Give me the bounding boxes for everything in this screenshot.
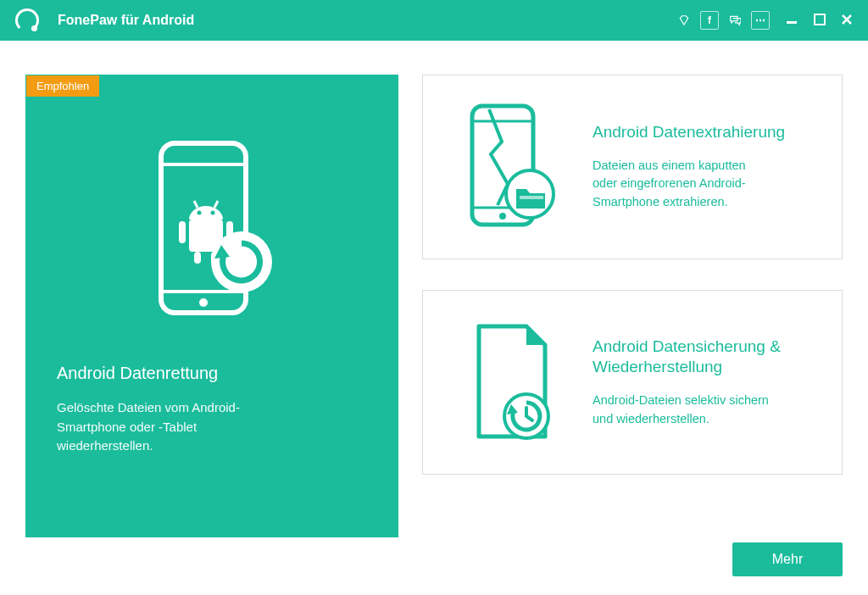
content-area: Empfohlen (0, 41, 868, 595)
card-recovery-title: Android Datenrettung (57, 364, 367, 383)
facebook-icon[interactable]: f (700, 11, 719, 30)
more-button[interactable]: Mehr (732, 542, 843, 576)
card-backup-desc: Android-Dateien selektiv sichern und wie… (593, 392, 781, 429)
card-android-extraction[interactable]: Android Datenextrahierung Dateien aus ei… (422, 75, 843, 259)
app-logo-icon (15, 8, 39, 32)
svg-line-10 (214, 201, 218, 208)
svg-rect-13 (194, 252, 201, 264)
app-title: FonePaw für Android (58, 13, 194, 28)
more-menu-icon[interactable]: ⋯ (751, 11, 770, 30)
diamond-icon[interactable] (675, 11, 693, 30)
minimize-button[interactable] (785, 12, 798, 30)
card-extraction-title: Android Datenextrahierung (593, 122, 785, 143)
card-recovery-desc: Gelöschte Dateien vom Android- Smartphon… (57, 398, 367, 456)
svg-line-9 (194, 201, 198, 208)
svg-point-7 (198, 211, 202, 215)
titlebar: FonePaw für Android f ⋯ (0, 0, 868, 41)
card-android-backup[interactable]: Android Datensicherung & Wiederherstellu… (422, 290, 843, 475)
svg-rect-11 (179, 221, 186, 243)
svg-rect-21 (520, 196, 543, 199)
card-android-recovery[interactable]: Empfohlen (25, 75, 398, 537)
svg-point-8 (211, 211, 215, 215)
broken-phone-icon (447, 99, 574, 235)
document-backup-icon (447, 314, 574, 450)
phone-recovery-icon (26, 101, 398, 364)
chat-icon[interactable] (726, 11, 744, 30)
svg-rect-0 (787, 21, 797, 24)
card-extraction-desc: Dateien aus einem kaputten oder eingefro… (593, 157, 785, 212)
svg-point-5 (199, 298, 208, 307)
svg-rect-1 (815, 14, 825, 25)
maximize-button[interactable] (814, 12, 826, 30)
close-button[interactable] (841, 12, 853, 30)
card-backup-title: Android Datensicherung & Wiederherstellu… (593, 336, 781, 378)
svg-point-19 (499, 213, 506, 220)
recommended-badge: Empfohlen (26, 75, 99, 97)
